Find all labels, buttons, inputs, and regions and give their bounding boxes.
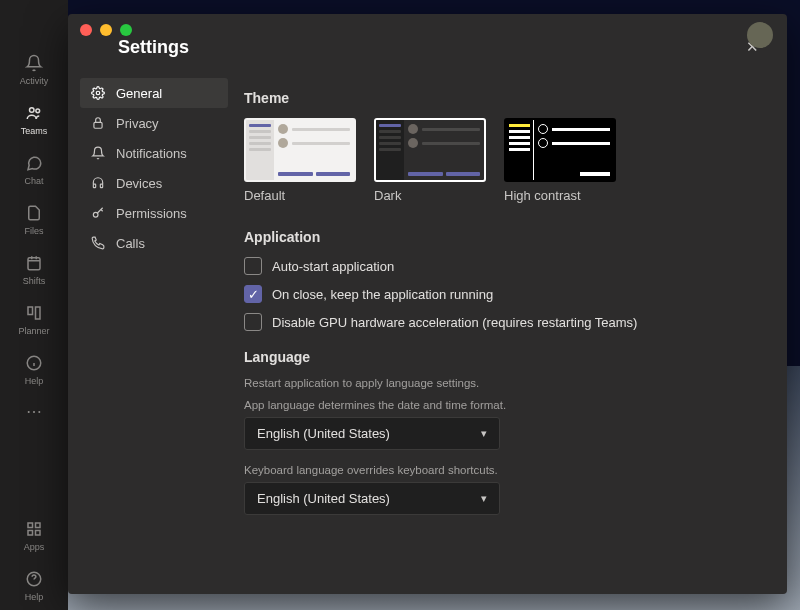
minimize-window-button[interactable] [100,24,112,36]
lock-icon [90,115,106,131]
rail-planner[interactable]: Planner [0,294,68,344]
nav-label: Permissions [116,206,187,221]
checkbox-icon [244,313,262,331]
svg-point-1 [36,109,40,113]
svg-rect-14 [100,184,102,188]
modal-header: Settings ✕ [68,14,787,74]
svg-rect-4 [36,307,41,319]
checkbox-disable-gpu[interactable]: Disable GPU hardware acceleration (requi… [244,313,759,331]
rail-help[interactable]: Help [0,560,68,610]
theme-high-contrast[interactable]: High contrast [504,118,616,203]
svg-rect-13 [93,184,95,188]
close-window-button[interactable] [80,24,92,36]
rail-label: Help [25,376,44,386]
settings-nav: General Privacy Notifications Devices [68,74,240,594]
rail-label: Help [25,592,44,602]
phone-icon [90,235,106,251]
shifts-icon [23,252,45,274]
keyboard-language-select[interactable]: English (United States) ▾ [244,482,500,515]
nav-label: Privacy [116,116,159,131]
chevron-down-icon: ▾ [481,492,487,505]
checkbox-icon: ✓ [244,285,262,303]
checkbox-label: Auto-start application [272,259,394,274]
nav-general[interactable]: General [80,78,228,108]
window-controls [80,24,132,36]
nav-permissions[interactable]: Permissions [80,198,228,228]
keyboard-language-sub: Keyboard language overrides keyboard sho… [244,464,759,476]
info-icon [23,352,45,374]
nav-label: Devices [116,176,162,191]
theme-label: Default [244,188,356,203]
checkbox-label: Disable GPU hardware acceleration (requi… [272,315,637,330]
svg-point-11 [96,91,100,95]
rail-label: Apps [24,542,45,552]
svg-rect-8 [28,531,33,536]
svg-point-0 [30,108,35,113]
checkbox-keep-running[interactable]: ✓ On close, keep the application running [244,285,759,303]
rail-label: Planner [18,326,49,336]
rail-shifts[interactable]: Shifts [0,244,68,294]
svg-rect-12 [94,122,102,128]
settings-modal: Settings ✕ General Privacy [68,14,787,594]
checkbox-icon [244,257,262,275]
key-icon [90,205,106,221]
app-language-sub: App language determines the date and tim… [244,399,759,411]
chat-icon [23,152,45,174]
theme-default[interactable]: Default [244,118,356,203]
language-section-title: Language [244,349,759,365]
rail-more[interactable]: ⋯ [26,394,42,429]
gear-icon [90,85,106,101]
rail-apps[interactable]: Apps [0,510,68,560]
svg-rect-6 [28,523,33,528]
rail-label: Activity [20,76,49,86]
apps-icon [23,518,45,540]
settings-content: Theme Default Dark [240,74,787,594]
nav-label: Notifications [116,146,187,161]
rail-help-dot[interactable]: Help [0,344,68,394]
rail-label: Shifts [23,276,46,286]
nav-notifications[interactable]: Notifications [80,138,228,168]
theme-section-title: Theme [244,90,759,106]
svg-rect-2 [28,258,40,270]
theme-options: Default Dark High contrast [244,118,759,203]
checkbox-autostart[interactable]: Auto-start application [244,257,759,275]
theme-dark-thumb [374,118,486,182]
nav-label: General [116,86,162,101]
nav-calls[interactable]: Calls [80,228,228,258]
nav-privacy[interactable]: Privacy [80,108,228,138]
maximize-window-button[interactable] [120,24,132,36]
app-language-select[interactable]: English (United States) ▾ [244,417,500,450]
language-hint: Restart application to apply language se… [244,377,759,389]
theme-label: High contrast [504,188,616,203]
planner-icon [23,302,45,324]
help-icon [23,568,45,590]
nav-devices[interactable]: Devices [80,168,228,198]
theme-hc-thumb [504,118,616,182]
rail-teams[interactable]: Teams [0,94,68,144]
svg-rect-9 [36,531,41,536]
chevron-down-icon: ▾ [481,427,487,440]
bell-icon [90,145,106,161]
bell-icon [23,52,45,74]
nav-label: Calls [116,236,145,251]
svg-rect-3 [28,307,33,315]
rail-label: Files [24,226,43,236]
files-icon [23,202,45,224]
checkbox-label: On close, keep the application running [272,287,493,302]
headset-icon [90,175,106,191]
rail-files[interactable]: Files [0,194,68,244]
modal-title: Settings [118,37,189,58]
theme-dark[interactable]: Dark [374,118,486,203]
svg-rect-7 [36,523,41,528]
app-rail: Activity Teams Chat Files Shifts Planner [0,0,68,610]
svg-point-15 [93,212,98,217]
avatar[interactable] [747,22,773,48]
application-section-title: Application [244,229,759,245]
rail-activity[interactable]: Activity [0,44,68,94]
people-icon [23,102,45,124]
theme-label: Dark [374,188,486,203]
theme-default-thumb [244,118,356,182]
rail-chat[interactable]: Chat [0,144,68,194]
select-value: English (United States) [257,491,390,506]
rail-label: Chat [24,176,43,186]
